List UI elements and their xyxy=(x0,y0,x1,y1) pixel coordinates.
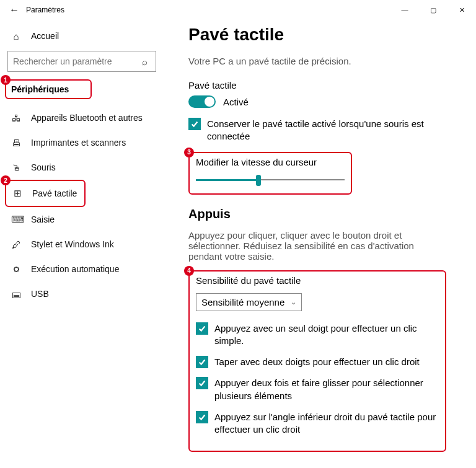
callout-4: 4 Sensibilité du pavé tactile Sensibilit… xyxy=(188,270,446,453)
precision-text: Votre PC a un pavé tactile de précision. xyxy=(188,56,464,66)
sidebar-item-pen[interactable]: 🖊 Stylet et Windows Ink xyxy=(0,232,172,257)
cursor-speed-label: Modifier la vitesse du curseur xyxy=(196,157,345,167)
sensitivity-label: Sensibilité du pavé tactile xyxy=(196,275,439,286)
devices-icon: 🖧 xyxy=(11,113,21,123)
taps-heading: Appuis xyxy=(188,207,464,221)
keep-active-label: Conserver le pavé tactile activé lorsqu'… xyxy=(207,118,443,143)
search-icon: ⌕ xyxy=(138,56,151,67)
minimize-button[interactable]: — xyxy=(390,0,419,20)
sidebar-home-label: Accueil xyxy=(31,31,59,41)
close-button[interactable]: ✕ xyxy=(447,0,476,20)
touchpad-group-label: Pavé tactile xyxy=(188,80,464,91)
mouse-icon: 🖱 xyxy=(11,162,21,173)
check-label: Taper avec deux doigts pour effectuer un… xyxy=(214,356,439,368)
callout-1: 1 Périphériques xyxy=(5,79,92,99)
sidebar-item-typing[interactable]: ⌨ Saisie xyxy=(0,207,172,232)
sidebar-item-label: Pavé tactile xyxy=(32,188,77,198)
check-single-tap[interactable] xyxy=(196,322,208,335)
keyboard-icon: ⌨ xyxy=(11,214,21,225)
sidebar-item-autoplay[interactable]: ⭘ Exécution automatique xyxy=(0,257,172,281)
callout-badge-1: 1 xyxy=(1,75,11,85)
autoplay-icon: ⭘ xyxy=(11,264,21,275)
chevron-down-icon: ⌄ xyxy=(291,298,296,306)
check-corner-tap[interactable] xyxy=(196,411,208,423)
check-label: Appuyez avec un seul doigt pour effectue… xyxy=(214,322,439,348)
sidebar-item-label: Exécution automatique xyxy=(31,264,119,274)
sidebar-item-label: Imprimantes et scanners xyxy=(31,138,126,148)
check-label: Appuyez sur l'angle inférieur droit du p… xyxy=(214,411,439,436)
touchpad-icon: ⊞ xyxy=(12,188,22,199)
sensitivity-value: Sensibilité moyenne xyxy=(201,297,284,307)
sensitivity-select[interactable]: Sensibilité moyenne ⌄ xyxy=(196,293,302,311)
sidebar: ⌂ Accueil ⌕ 1 Périphériques 🖧 Appareils … xyxy=(0,20,172,468)
sidebar-section-header: Périphériques xyxy=(6,81,90,98)
slider-track-fg xyxy=(196,179,258,181)
callout-badge-4: 4 xyxy=(184,266,194,276)
toggle-knob xyxy=(205,97,214,107)
sidebar-item-label: Stylet et Windows Ink xyxy=(31,239,114,249)
maximize-button[interactable]: ▢ xyxy=(419,0,447,20)
check-double-tap-drag[interactable] xyxy=(196,377,208,389)
search-input[interactable] xyxy=(13,56,138,66)
printer-icon: 🖶 xyxy=(11,138,21,148)
main-content: Pavé tactile Votre PC a un pavé tactile … xyxy=(172,20,476,468)
pen-icon: 🖊 xyxy=(11,239,21,250)
sidebar-item-usb[interactable]: 🖴 USB xyxy=(0,281,172,306)
window-controls: — ▢ ✕ xyxy=(390,0,476,20)
toggle-state-label: Activé xyxy=(223,97,249,107)
callout-badge-2: 2 xyxy=(1,175,11,185)
page-title: Pavé tactile xyxy=(188,25,464,45)
touchpad-toggle[interactable] xyxy=(188,95,216,108)
sidebar-item-bluetooth[interactable]: 🖧 Appareils Bluetooth et autres xyxy=(0,105,172,130)
usb-icon: 🖴 xyxy=(11,289,21,299)
callout-3: 3 Modifier la vitesse du curseur xyxy=(188,152,352,195)
home-icon: ⌂ xyxy=(11,31,21,42)
callout-badge-3: 3 xyxy=(184,148,194,157)
sidebar-home[interactable]: ⌂ Accueil xyxy=(0,24,172,48)
sidebar-item-touchpad[interactable]: ⊞ Pavé tactile xyxy=(6,181,84,206)
sidebar-item-label: Saisie xyxy=(31,214,55,224)
cursor-speed-slider[interactable] xyxy=(196,174,345,186)
search-box[interactable]: ⌕ xyxy=(7,51,156,72)
sidebar-item-label: Souris xyxy=(31,162,56,172)
slider-thumb[interactable] xyxy=(256,175,261,186)
window-title: Paramètres xyxy=(26,6,64,14)
sidebar-item-label: Appareils Bluetooth et autres xyxy=(31,113,143,123)
sidebar-item-label: USB xyxy=(31,289,49,299)
callout-2: 2 ⊞ Pavé tactile xyxy=(5,180,86,207)
check-label: Appuyer deux fois et faire glisser pour … xyxy=(214,377,439,402)
back-button[interactable]: ← xyxy=(5,4,24,15)
check-two-finger-tap[interactable] xyxy=(196,356,208,368)
sidebar-item-printers[interactable]: 🖶 Imprimantes et scanners xyxy=(0,130,172,155)
sidebar-item-mouse[interactable]: 🖱 Souris xyxy=(0,155,172,180)
keep-active-checkbox[interactable] xyxy=(188,118,201,130)
taps-description: Appuyez pour cliquer, cliquer avec le bo… xyxy=(188,230,443,262)
